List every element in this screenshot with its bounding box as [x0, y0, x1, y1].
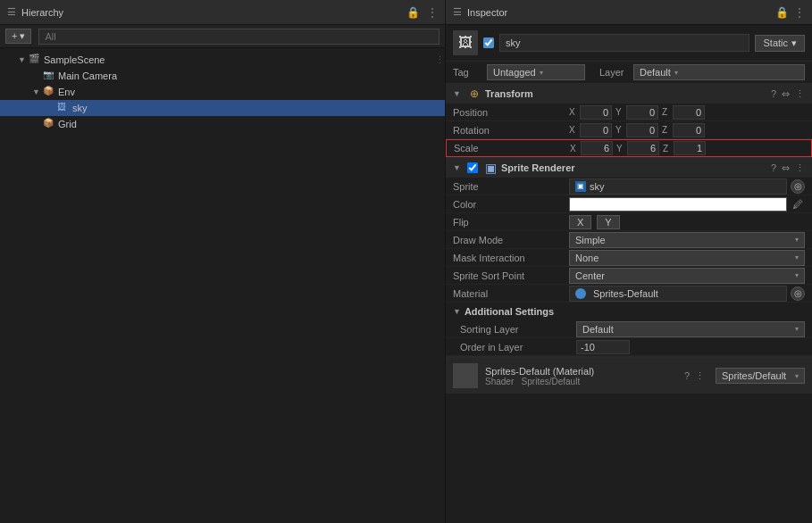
hierarchy-title: Hierarchy — [21, 7, 401, 18]
sprite-prop-row: Sprite ▣ sky ◎ — [446, 178, 812, 195]
sorting-layer-prop-value: Default ▾ — [576, 321, 805, 337]
order-in-layer-input[interactable] — [576, 340, 630, 354]
object-name-input[interactable] — [499, 34, 749, 52]
add-button[interactable]: + ▾ — [5, 29, 31, 44]
transform-settings-icon[interactable]: ⇔ — [782, 88, 790, 100]
add-button-label: + ▾ — [12, 30, 25, 42]
scale-x-input[interactable] — [581, 141, 613, 155]
more-options-icon[interactable]: ⋮ — [427, 6, 438, 19]
material-field[interactable]: Sprites-Default — [569, 286, 787, 302]
pos-x-label: X — [569, 107, 578, 117]
draw-mode-prop-row: Draw Mode Simple ▾ — [446, 231, 812, 249]
sprite-name: sky — [590, 181, 605, 192]
material-icon — [575, 288, 586, 299]
scale-x-label: X — [570, 144, 579, 154]
rotation-z-input[interactable] — [673, 123, 705, 137]
draw-mode-value: Simple — [575, 235, 606, 245]
flip-prop-row: Flip X Y — [446, 213, 812, 231]
material-shader-dropdown[interactable]: Sprites/Default ▾ — [716, 368, 805, 384]
rotation-y-field: Y — [615, 123, 658, 137]
additional-settings-arrow-icon: ▼ — [453, 307, 461, 316]
material-more-icon[interactable]: ⋮ — [695, 370, 705, 382]
sprite-renderer-component-icon: ▣ — [483, 161, 498, 175]
flip-y-button[interactable]: Y — [597, 215, 619, 229]
layer-dropdown[interactable]: Default ▾ — [633, 64, 805, 80]
sprite-renderer-settings-icon[interactable]: ⇔ — [782, 162, 790, 174]
sprite-renderer-help-icon[interactable]: ? — [771, 162, 776, 173]
color-swatch[interactable] — [569, 197, 787, 212]
scale-z-input[interactable] — [674, 141, 706, 155]
search-input[interactable] — [38, 29, 439, 45]
tree-item-env[interactable]: ▼ 📦 Env — [0, 84, 445, 100]
tag-label: Tag — [453, 67, 481, 78]
mask-interaction-dropdown[interactable]: None ▾ — [569, 250, 805, 266]
flip-x-button[interactable]: X — [569, 215, 591, 229]
material-name-display: Sprites-Default — [593, 288, 658, 299]
material-full-name: Sprites-Default (Material) — [485, 366, 677, 377]
tree-item-grid[interactable]: 📦 Grid — [0, 116, 445, 132]
scale-y-input[interactable] — [627, 141, 659, 155]
rotation-z-field: Z — [662, 123, 705, 137]
order-in-layer-prop-label: Order in Layer — [460, 342, 576, 353]
material-select-button[interactable]: ◎ — [791, 286, 805, 301]
rotation-row: Rotation X Y Z — [446, 121, 812, 139]
shader-value: Sprites/Default — [522, 377, 581, 386]
material-thumbnail — [453, 363, 478, 388]
tree-item-sky[interactable]: 🖼 sky — [0, 100, 445, 116]
draw-mode-prop-label: Draw Mode — [453, 235, 569, 245]
tag-layer-row: Tag Untagged ▾ Layer Default ▾ — [446, 62, 812, 84]
transform-section: ▼ ⊕ Transform ? ⇔ ⋮ Position X — [446, 84, 812, 158]
additional-settings-subheader[interactable]: ▼ Additional Settings — [446, 303, 812, 320]
object-active-checkbox[interactable] — [483, 37, 494, 48]
mask-interaction-arrow-icon: ▾ — [795, 253, 799, 262]
lock-icon[interactable]: 🔒 — [406, 6, 420, 19]
sprite-renderer-header[interactable]: ▼ ▣ Sprite Renderer ? ⇔ ⋮ — [446, 158, 812, 178]
scale-z-label: Z — [663, 144, 672, 154]
sprite-field[interactable]: ▣ sky — [569, 178, 787, 195]
position-value: X Y Z — [569, 105, 805, 120]
color-picker-button[interactable]: 🖉 — [791, 197, 805, 212]
transform-arrow-icon: ▼ — [453, 89, 464, 98]
camera-arrow — [32, 71, 43, 80]
material-help-icon[interactable]: ? — [684, 370, 690, 381]
inspector-lock-icon[interactable]: 🔒 — [775, 6, 789, 19]
draw-mode-dropdown[interactable]: Simple ▾ — [569, 232, 805, 248]
sorting-layer-dropdown[interactable]: Default ▾ — [576, 321, 805, 337]
tag-dropdown-arrow: ▾ — [540, 69, 543, 77]
material-actions: ? ⋮ — [684, 370, 705, 382]
sprite-renderer-actions: ? ⇔ ⋮ — [771, 162, 805, 174]
position-x-input[interactable] — [580, 105, 612, 120]
sprite-prop-value: ▣ sky ◎ — [569, 178, 805, 195]
transform-help-icon[interactable]: ? — [771, 88, 776, 99]
grid-arrow — [32, 120, 43, 129]
rotation-x-input[interactable] — [580, 123, 612, 137]
rot-x-label: X — [569, 125, 578, 135]
inspector-more-icon[interactable]: ⋮ — [794, 6, 805, 19]
tree-item-scene[interactable]: ▼ 🎬 SampleScene ⋮ — [0, 52, 445, 68]
transform-header[interactable]: ▼ ⊕ Transform ? ⇔ ⋮ — [446, 84, 812, 104]
scene-options-icon[interactable]: ⋮ — [435, 54, 445, 66]
tree-item-main-camera[interactable]: 📷 Main Camera — [0, 68, 445, 84]
sprite-renderer-arrow-icon: ▼ — [453, 163, 464, 172]
rotation-y-input[interactable] — [626, 123, 658, 137]
static-button[interactable]: Static ▾ — [755, 35, 805, 52]
sky-arrow — [46, 104, 57, 112]
position-z-input[interactable] — [673, 105, 705, 120]
sprite-renderer-checkbox[interactable] — [467, 162, 478, 173]
material-bottom-section: Sprites-Default (Material) Shader Sprite… — [446, 357, 812, 394]
inspector-title: Inspector — [467, 7, 770, 18]
env-icon: 📦 — [43, 86, 55, 98]
transform-more-icon[interactable]: ⋮ — [795, 88, 805, 100]
hierarchy-tree: ▼ 🎬 SampleScene ⋮ 📷 Main Camera ▼ 📦 Env … — [0, 48, 445, 523]
tag-dropdown[interactable]: Untagged ▾ — [487, 64, 585, 80]
sprite-renderer-section: ▼ ▣ Sprite Renderer ? ⇔ ⋮ Sprite ▣ sky — [446, 158, 812, 357]
sprite-renderer-more-icon[interactable]: ⋮ — [795, 162, 805, 174]
sprite-sort-point-dropdown[interactable]: Center ▾ — [569, 268, 805, 284]
sorting-layer-prop-label: Sorting Layer — [460, 324, 576, 335]
sprite-select-button[interactable]: ◎ — [791, 179, 805, 194]
rotation-x-field: X — [569, 123, 612, 137]
position-y-input[interactable] — [626, 105, 658, 120]
draw-mode-prop-value: Simple ▾ — [569, 232, 805, 248]
layer-value: Default — [640, 67, 671, 78]
mask-interaction-prop-row: Mask Interaction None ▾ — [446, 249, 812, 267]
